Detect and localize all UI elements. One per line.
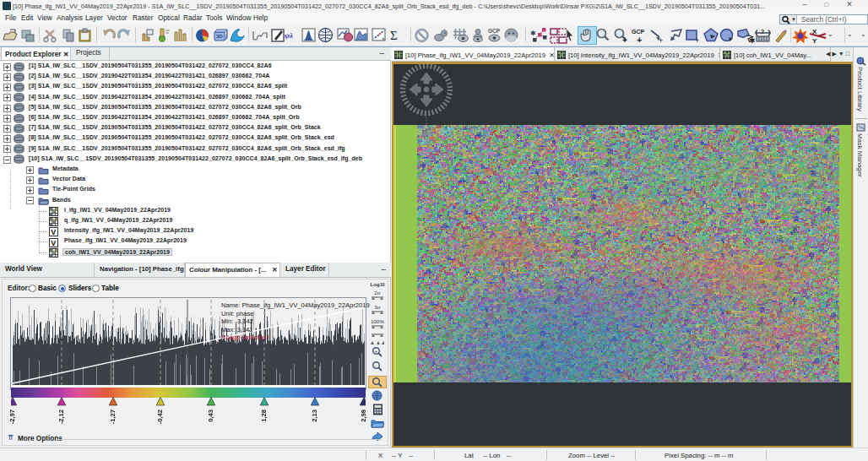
svg-text:3D: 3D: [216, 34, 223, 39]
svg-text:+: +: [695, 36, 699, 44]
svg-text:Y: Y: [812, 37, 817, 44]
svg-text:-: -: [374, 363, 376, 368]
svg-text:+: +: [622, 35, 627, 44]
svg-text:+: +: [637, 35, 642, 45]
svg-text:+: +: [659, 36, 663, 44]
svg-text:GCP: GCP: [488, 28, 501, 34]
svg-text:Σ: Σ: [390, 29, 398, 42]
svg-text:✱: ✱: [530, 30, 536, 37]
svg-text:GCP: GCP: [632, 29, 645, 35]
svg-text:V: V: [51, 238, 56, 247]
svg-text:ψλ: ψλ: [285, 31, 293, 40]
svg-text:?: ?: [761, 29, 764, 35]
svg-text:V: V: [51, 228, 56, 236]
svg-text:+: +: [374, 349, 377, 354]
